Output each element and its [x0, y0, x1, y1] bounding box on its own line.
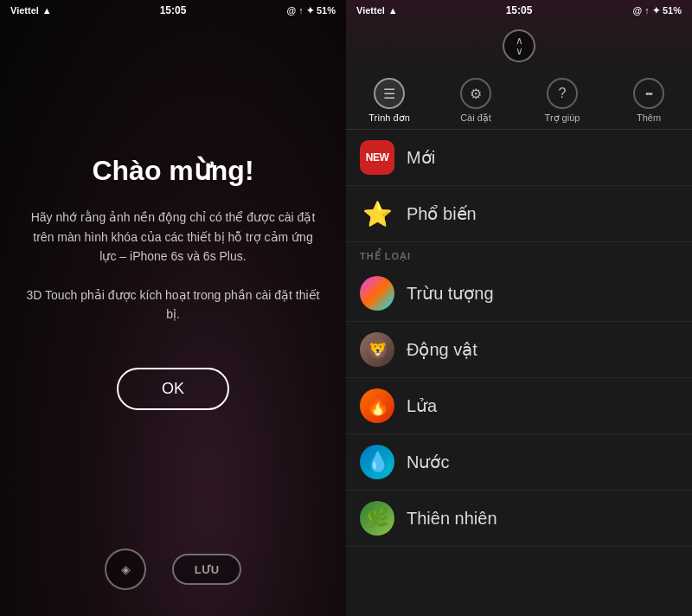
- help-icon: ?: [547, 78, 578, 109]
- nature-icon: 🌿: [360, 501, 394, 536]
- menu-item-nature[interactable]: 🌿 Thiên nhiên: [346, 491, 692, 547]
- animal-label: Động vật: [407, 339, 477, 360]
- menu-list: NEW Mới ⭐ Phổ biến THỂ LOẠI Trừu tượng 🦁…: [346, 130, 692, 616]
- collapse-button[interactable]: ∧∨: [503, 29, 535, 62]
- more-icon: •••: [633, 78, 664, 109]
- tab-menu-label: Trình đơn: [368, 112, 410, 124]
- ok-button[interactable]: OK: [117, 368, 229, 410]
- nav-tabs: ☰ Trình đơn ⚙ Cài đặt ? Trợ giúp ••• Thê…: [346, 69, 692, 130]
- abstract-label: Trừu tượng: [407, 283, 494, 304]
- welcome-content: Chào mừng! Hãy nhớ rằng ảnh nền động chỉ…: [0, 154, 346, 409]
- left-carrier: Viettel ▲: [10, 5, 52, 16]
- new-icon: NEW: [360, 140, 394, 175]
- welcome-description: Hãy nhớ rằng ảnh nền động chỉ có thể đượ…: [26, 208, 320, 324]
- menu-item-abstract[interactable]: Trừu tượng: [346, 266, 692, 322]
- welcome-title: Chào mừng!: [26, 154, 320, 187]
- new-label: Mới: [407, 147, 435, 168]
- category-section-header: THỂ LOẠI: [346, 242, 692, 266]
- tab-help[interactable]: ? Trợ giúp: [536, 78, 588, 124]
- tab-more[interactable]: ••• Thêm: [623, 78, 675, 124]
- right-carrier: Viettel ▲: [356, 5, 398, 16]
- right-status-icons: @ ↑ ✦ 51%: [633, 5, 682, 16]
- bottom-controls: ◈ LƯU: [0, 549, 346, 590]
- tab-settings[interactable]: ⚙ Cài đặt: [450, 78, 502, 124]
- settings-icon: ⚙: [460, 78, 491, 109]
- menu-item-animal[interactable]: 🦁 Động vật: [346, 322, 692, 378]
- tab-settings-label: Cài đặt: [460, 112, 491, 124]
- popular-label: Phổ biến: [407, 203, 477, 224]
- abstract-icon: [360, 276, 394, 311]
- menu-item-popular[interactable]: ⭐ Phổ biến: [346, 186, 692, 242]
- save-button[interactable]: LƯU: [172, 554, 241, 585]
- popular-icon: ⭐: [360, 196, 394, 231]
- fire-label: Lửa: [407, 395, 437, 416]
- nature-label: Thiên nhiên: [407, 509, 497, 529]
- water-label: Nước: [407, 452, 449, 472]
- up-down-button[interactable]: ◈: [105, 549, 146, 590]
- menu-item-water[interactable]: 💧 Nước: [346, 434, 692, 491]
- tab-menu[interactable]: ☰ Trình đơn: [363, 78, 415, 124]
- animal-icon: 🦁: [360, 332, 394, 367]
- right-header-image: Viettel ▲ 15:05 @ ↑ ✦ 51% ∧∨: [346, 0, 692, 69]
- right-status-bar: Viettel ▲ 15:05 @ ↑ ✦ 51%: [346, 0, 692, 21]
- water-icon: 💧: [360, 445, 394, 479]
- right-panel: Viettel ▲ 15:05 @ ↑ ✦ 51% ∧∨ ☰ Trình đơn…: [346, 0, 692, 616]
- right-time: 15:05: [506, 4, 533, 16]
- tab-more-label: Thêm: [637, 112, 661, 123]
- tab-help-label: Trợ giúp: [545, 112, 580, 124]
- left-panel: Viettel ▲ 15:05 @ ↑ ✦ 51% Chào mừng! Hãy…: [0, 0, 346, 616]
- menu-icon: ☰: [374, 78, 405, 109]
- left-time: 15:05: [160, 4, 187, 16]
- menu-item-new[interactable]: NEW Mới: [346, 130, 692, 186]
- left-status-bar: Viettel ▲ 15:05 @ ↑ ✦ 51%: [0, 0, 346, 21]
- fire-icon: 🔥: [360, 388, 394, 423]
- menu-item-fire[interactable]: 🔥 Lửa: [346, 378, 692, 434]
- left-status-icons: @ ↑ ✦ 51%: [287, 5, 336, 16]
